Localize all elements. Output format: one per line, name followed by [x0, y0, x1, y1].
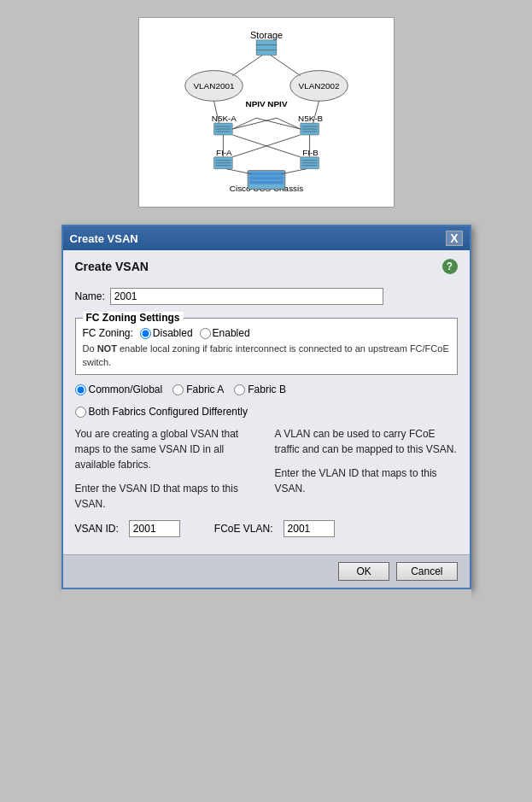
fcoe-vlan-label: FCoE VLAN:: [214, 523, 273, 535]
close-button[interactable]: X: [446, 231, 462, 246]
svg-rect-45: [249, 181, 284, 184]
id-fields-row: VSAN ID: FCoE VLAN:: [75, 520, 458, 537]
fcoe-vlan-group: FCoE VLAN:: [214, 520, 335, 537]
note-prefix: Do: [83, 343, 97, 354]
name-label: Name:: [75, 290, 105, 302]
svg-text:N5K-B: N5K-B: [298, 114, 324, 123]
vsan-id-label: VSAN ID:: [75, 523, 119, 535]
disabled-radio-label[interactable]: Disabled: [140, 327, 193, 339]
both-fabrics-label: Both Fabrics Configured Differently: [89, 406, 248, 418]
fabric-a-label: Fabric A: [186, 383, 224, 395]
dialog-titlebar: Create VSAN X: [63, 226, 470, 250]
fabric-b-radio-label[interactable]: Fabric B: [234, 383, 286, 395]
enabled-label: Enabled: [213, 327, 250, 339]
fabric-b-label: Fabric B: [248, 383, 286, 395]
network-diagram: Storage VLAN2001 VLAN2002 NPIV NPIV N5K-…: [138, 17, 395, 208]
svg-text:VLAN2001: VLAN2001: [193, 81, 234, 91]
fcoe-vlan-input[interactable]: [284, 520, 335, 537]
dialog-footer: OK Cancel: [63, 554, 470, 588]
fc-zoning-note: Do NOT enable local zoning if fabric int…: [83, 342, 450, 369]
svg-rect-1: [256, 40, 277, 45]
fc-zoning-radio-group: Disabled Enabled: [140, 327, 250, 339]
fabric-radio-row: Common/Global Fabric A Fabric B Both Fab…: [75, 383, 458, 418]
svg-rect-44: [249, 177, 284, 180]
help-icon[interactable]: ?: [442, 259, 458, 274]
both-fabrics-radio-label[interactable]: Both Fabrics Configured Differently: [75, 406, 248, 418]
enabled-radio-label[interactable]: Enabled: [200, 327, 250, 339]
desc-left: You are creating a global VSAN that maps…: [75, 426, 258, 512]
dialog-header-title: Create VSAN: [75, 260, 149, 273]
svg-text:NPIV NPIV: NPIV NPIV: [245, 99, 287, 108]
svg-line-22: [276, 118, 300, 129]
svg-text:N5K-A: N5K-A: [211, 114, 237, 123]
svg-text:VLAN2002: VLAN2002: [298, 81, 339, 91]
common-global-radio[interactable]: [75, 384, 86, 395]
fc-zoning-legend: FC Zoning Settings: [83, 312, 184, 324]
desc-right-2: Enter the VLAN ID that maps to this VSAN…: [275, 465, 458, 496]
desc-right: A VLAN can be used to carry FCoE traffic…: [275, 426, 458, 512]
fabric-b-radio[interactable]: [234, 384, 245, 395]
svg-rect-2: [256, 45, 277, 50]
dialog-content-area: Create VSAN ? Name: FC Zoning Settings F…: [63, 250, 470, 554]
ok-button[interactable]: OK: [338, 562, 389, 581]
fc-zoning-row: FC Zoning: Disabled Enabled: [83, 327, 450, 339]
note-suffix: enable local zoning if fabric interconne…: [83, 343, 449, 366]
desc-left-1: You are creating a global VSAN that maps…: [75, 426, 258, 472]
fabric-a-radio[interactable]: [172, 384, 184, 395]
name-field-row: Name:: [75, 288, 458, 305]
dialog-title: Create VSAN: [70, 232, 138, 245]
svg-line-8: [232, 56, 262, 76]
vsan-id-input[interactable]: [129, 520, 180, 537]
svg-text:Storage: Storage: [249, 30, 282, 40]
svg-rect-43: [249, 173, 284, 176]
bottom-padding: [61, 589, 471, 623]
disabled-label: Disabled: [153, 327, 193, 339]
common-global-radio-label[interactable]: Common/Global: [75, 383, 163, 395]
svg-text:FI-B: FI-B: [302, 148, 319, 157]
name-input[interactable]: [110, 288, 383, 305]
form-body: Name: FC Zoning Settings FC Zoning: Disa…: [75, 281, 458, 554]
dialog-header: Create VSAN ?: [75, 259, 458, 281]
desc-left-2: Enter the VSAN ID that maps to this VSAN…: [75, 481, 258, 512]
note-bold: NOT: [97, 343, 117, 354]
svg-rect-3: [256, 50, 277, 56]
fabric-a-radio-label[interactable]: Fabric A: [172, 383, 224, 395]
create-vsan-dialog: Create VSAN X Create VSAN ? Name: FC Zon…: [61, 225, 471, 589]
desc-columns: You are creating a global VSAN that maps…: [75, 426, 458, 512]
desc-right-1: A VLAN can be used to carry FCoE traffic…: [275, 426, 458, 457]
svg-text:FI-A: FI-A: [216, 148, 232, 157]
svg-line-24: [256, 118, 301, 129]
fc-zoning-label: FC Zoning:: [83, 327, 133, 339]
fc-zoning-fieldset: FC Zoning Settings FC Zoning: Disabled E…: [75, 312, 458, 375]
svg-line-9: [270, 56, 300, 76]
cancel-button[interactable]: Cancel: [396, 562, 457, 581]
disabled-radio[interactable]: [140, 328, 151, 339]
vsan-id-group: VSAN ID:: [75, 520, 180, 537]
enabled-radio[interactable]: [200, 328, 211, 339]
both-fabrics-radio[interactable]: [75, 407, 86, 418]
common-global-label: Common/Global: [89, 383, 163, 395]
svg-line-23: [232, 118, 277, 129]
